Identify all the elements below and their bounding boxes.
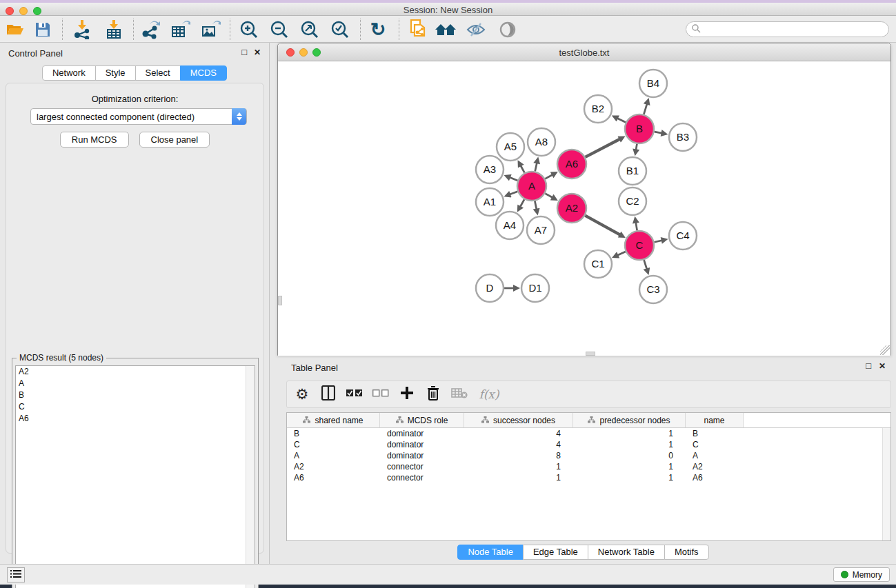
cell-successor_nodes[interactable]: 1 [464, 461, 573, 472]
app-titlebar[interactable]: Session: New Session [0, 3, 896, 16]
graph-edge-A-A4[interactable] [520, 199, 524, 207]
cell-shared_name[interactable]: A [287, 450, 380, 461]
close-panel-button[interactable]: Close panel [139, 132, 210, 148]
cell-successor_nodes[interactable]: 4 [464, 439, 573, 450]
graph-edge-B-B2[interactable] [617, 118, 626, 122]
zoom-fit-button[interactable] [299, 19, 321, 40]
cell-shared_name[interactable]: C [287, 439, 380, 450]
graph-edge-A-A3[interactable] [510, 177, 518, 181]
tab-motifs[interactable]: Motifs [664, 545, 709, 560]
save-session-button[interactable] [32, 19, 54, 40]
table-row[interactable]: Cdominator41C [287, 439, 890, 450]
table-row[interactable]: Bdominator41B [287, 428, 890, 439]
show-graphics-details-button[interactable] [497, 19, 519, 40]
search-field[interactable] [686, 21, 889, 37]
result-list-scrollbar[interactable] [246, 366, 255, 588]
export-image-button[interactable] [200, 19, 222, 40]
cell-shared_name[interactable]: B [287, 428, 380, 439]
show-task-history-button[interactable] [7, 567, 25, 582]
cell-predecessor_nodes[interactable]: 0 [573, 450, 686, 461]
column-header-predecessor-nodes[interactable]: predecessor nodes [573, 413, 686, 427]
cell-mcds_role[interactable]: dominator [380, 450, 464, 461]
cell-name[interactable]: A [686, 450, 744, 461]
tab-select[interactable]: Select [135, 65, 181, 81]
delete-table-button[interactable] [451, 386, 468, 403]
float-panel-icon[interactable]: □ [241, 48, 247, 57]
cell-predecessor_nodes[interactable]: 1 [573, 428, 686, 439]
tab-node-table[interactable]: Node Table [457, 545, 524, 560]
cell-predecessor_nodes[interactable]: 1 [573, 439, 686, 450]
cell-mcds_role[interactable]: connector [380, 472, 464, 483]
open-session-button[interactable] [4, 19, 26, 40]
graph-edge-C-C1[interactable] [617, 252, 626, 255]
cell-mcds_role[interactable]: dominator [380, 428, 464, 439]
tab-edge-table[interactable]: Edge Table [523, 545, 588, 560]
export-network-button[interactable] [139, 19, 161, 40]
hide-graphics-details-button[interactable] [465, 19, 487, 40]
zoom-out-button[interactable] [268, 19, 290, 40]
zoom-selected-button[interactable] [329, 19, 351, 40]
graph-edge-A-A1[interactable] [510, 192, 517, 194]
refresh-view-button[interactable]: ↻ [367, 19, 389, 40]
result-item[interactable]: B [16, 389, 255, 401]
cell-shared_name[interactable]: A6 [287, 472, 380, 483]
select-all-columns-button[interactable] [346, 386, 363, 403]
table-float-icon[interactable]: □ [866, 362, 871, 370]
column-header-name[interactable]: name [686, 413, 744, 427]
graph-edge-A6-B[interactable] [586, 139, 620, 157]
cell-successor_nodes[interactable]: 8 [464, 450, 573, 461]
table-close-icon[interactable]: ✕ [879, 362, 886, 370]
table-row[interactable]: Adominator80A [287, 450, 890, 461]
table-row[interactable]: A2connector11A2 [287, 461, 890, 472]
graph-edge-B-B1[interactable] [636, 144, 637, 150]
canvas-horizontal-scroll-nub[interactable] [586, 352, 595, 356]
node-table[interactable]: shared nameMCDS rolesuccessor nodesprede… [286, 412, 891, 541]
graph-edge-C-C3[interactable] [644, 260, 647, 269]
show-all-networks-button[interactable] [435, 19, 457, 40]
graph-edge-A-A6[interactable] [545, 174, 552, 179]
import-network-button[interactable] [71, 19, 93, 40]
cell-name[interactable]: A2 [686, 461, 744, 472]
tab-network[interactable]: Network [42, 65, 96, 81]
column-header-MCDS-role[interactable]: MCDS role [380, 413, 464, 427]
network-view-window[interactable]: testGlobe.txt B4B2BB3A8A5A6A3B1AC2A1A2A4… [277, 43, 891, 356]
table-scrollbar[interactable] [882, 428, 890, 540]
close-panel-icon[interactable]: ✕ [254, 48, 261, 57]
table-settings-button[interactable]: ⚙ [294, 386, 310, 403]
cell-name[interactable]: A6 [686, 472, 744, 483]
cell-name[interactable]: C [686, 439, 744, 450]
mcds-result-list[interactable]: A2ABCA6 [15, 365, 255, 588]
import-table-button[interactable] [103, 19, 125, 40]
result-item[interactable]: A6 [16, 413, 255, 425]
graph-edge-A-A2[interactable] [545, 194, 552, 198]
graph-edge-A-A7[interactable] [535, 201, 536, 210]
result-item[interactable]: A [16, 378, 255, 389]
table-header-row[interactable]: shared nameMCDS rolesuccessor nodesprede… [287, 413, 890, 428]
window-resize-grip[interactable] [880, 345, 890, 355]
graph-edge-C-C2[interactable] [636, 223, 637, 231]
tab-mcds[interactable]: MCDS [180, 65, 227, 81]
cell-predecessor_nodes[interactable]: 1 [573, 472, 686, 483]
graph-edge-A2-C[interactable] [585, 216, 620, 235]
graph-edge-A-A8[interactable] [535, 163, 537, 171]
graph-edge-A-A5[interactable] [521, 165, 525, 172]
copy-style-button[interactable] [407, 19, 429, 40]
delete-column-button[interactable] [425, 386, 441, 403]
network-window-titlebar[interactable]: testGlobe.txt [278, 43, 890, 61]
column-header-shared-name[interactable]: shared name [287, 413, 380, 427]
graph-edge-B-B4[interactable] [644, 104, 647, 114]
cell-name[interactable]: B [686, 428, 744, 439]
run-mcds-button[interactable]: Run MCDS [60, 132, 129, 148]
cell-mcds_role[interactable]: connector [380, 461, 464, 472]
tab-network-table[interactable]: Network Table [588, 545, 665, 560]
graph-edge-C-C4[interactable] [654, 241, 661, 243]
tab-style[interactable]: Style [95, 65, 136, 81]
result-item[interactable]: A2 [16, 366, 255, 378]
cell-successor_nodes[interactable]: 1 [464, 472, 573, 483]
create-column-button[interactable] [399, 386, 415, 403]
column-header-successor-nodes[interactable]: successor nodes [464, 413, 573, 427]
zoom-in-button[interactable] [238, 19, 260, 40]
graph-edge-B-B3[interactable] [655, 132, 662, 133]
search-input[interactable] [704, 25, 888, 34]
table-row[interactable]: A6connector11A6 [287, 472, 890, 483]
